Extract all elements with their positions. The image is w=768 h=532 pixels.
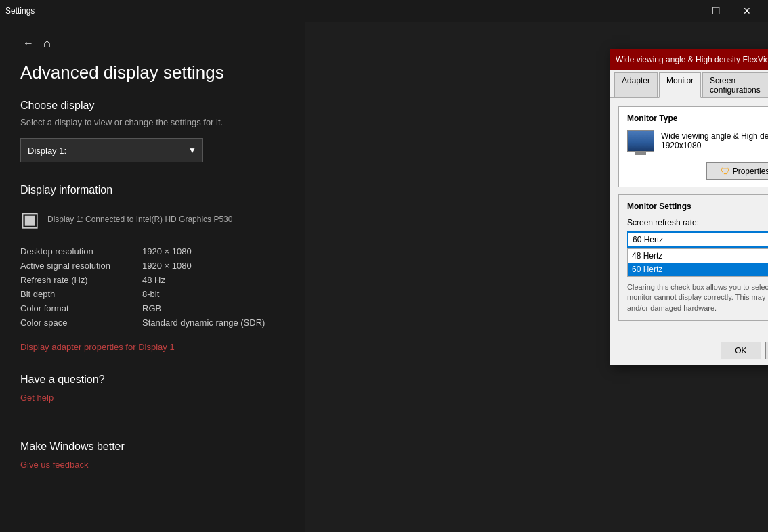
choose-display-subtitle: Select a display to view or change the s…: [20, 117, 284, 127]
monitor-settings-group: Monitor Settings Screen refresh rate: 60…: [618, 194, 768, 321]
info-table: Desktop resolution1920 × 1080Active sign…: [20, 244, 284, 330]
dialog-footer: OK Cancel Apply: [610, 336, 768, 365]
info-row: Active signal resolution1920 × 1080: [20, 259, 284, 273]
monitor-type-name: Wide viewing angle & High density FlexVi…: [661, 131, 768, 141]
monitor-display: ▣ Display 1: Connected to Intel(R) HD Gr…: [20, 207, 284, 231]
dialog-tab[interactable]: Screen configurations: [702, 72, 768, 97]
get-help-link[interactable]: Get help: [20, 393, 54, 403]
monitor-settings-title: Monitor Settings: [627, 202, 768, 211]
display-select[interactable]: Display 1:: [20, 138, 203, 162]
monitor-type-title: Monitor Type: [627, 114, 768, 123]
monitor-type-res: 1920x1080: [661, 141, 768, 150]
info-label: Refresh rate (Hz): [20, 275, 142, 285]
dialog: Wide viewing angle & High density FlexVi…: [610, 49, 768, 365]
info-row: Desktop resolution1920 × 1080: [20, 244, 284, 259]
dialog-titlebar: Wide viewing angle & High density FlexVi…: [610, 49, 768, 70]
info-label: Desktop resolution: [20, 246, 142, 257]
choose-display-title: Choose display: [20, 99, 284, 112]
back-arrow[interactable]: ←: [20, 35, 37, 51]
titlebar-left: Settings: [5, 6, 35, 16]
ok-button[interactable]: OK: [721, 342, 761, 359]
home-icon[interactable]: ⌂: [43, 37, 51, 51]
right-area: Wide viewing angle & High density FlexVi…: [305, 22, 768, 532]
titlebar-title: Settings: [5, 6, 35, 16]
info-value: 1920 × 1080: [142, 246, 192, 257]
refresh-rate-select[interactable]: 60 Hertz ▼: [627, 231, 768, 248]
dialog-tabs: AdapterMonitorScreen configurationsColor…: [610, 70, 768, 98]
left-panel: ← ⌂ Advanced display settings Choose dis…: [0, 22, 305, 532]
question-title: Have a question?: [20, 374, 284, 386]
dialog-tab[interactable]: Monitor: [659, 72, 701, 98]
info-value: RGB: [142, 303, 161, 313]
adapter-link[interactable]: Display adapter properties for Display 1: [20, 342, 175, 352]
feedback-link[interactable]: Give us feedback: [20, 460, 88, 470]
info-row: Refresh rate (Hz)48 Hz: [20, 273, 284, 287]
cancel-button[interactable]: Cancel: [765, 342, 768, 359]
display-info-section: Display information ▣ Display 1: Connect…: [20, 184, 284, 374]
monitor-type-info: Wide viewing angle & High density FlexVi…: [661, 131, 768, 150]
display-info-title: Display information: [20, 184, 284, 196]
better-title: Make Windows better: [20, 441, 284, 453]
main-content: ← ⌂ Advanced display settings Choose dis…: [0, 22, 768, 532]
display-select-wrapper: Display 1: ▼: [20, 138, 203, 162]
windows-better-section: Make Windows better Give us feedback: [20, 441, 284, 491]
dialog-body: Monitor Type Wide viewing angle & High d…: [610, 98, 768, 336]
refresh-select-wrapper: 60 Hertz ▼ 48 Hertz60 Hertz: [627, 231, 768, 277]
refresh-rate-value: 60 Hertz: [633, 235, 663, 244]
info-label: Active signal resolution: [20, 261, 142, 271]
info-value: 1920 × 1080: [142, 261, 192, 271]
dialog-title: Wide viewing angle & High density FlexVi…: [616, 55, 768, 64]
info-label: Color space: [20, 317, 142, 328]
warning-text: Clearing this check box allows you to se…: [627, 282, 768, 313]
dropdown-item[interactable]: 48 Hertz: [628, 249, 768, 263]
properties-btn-wrapper: 🛡 Properties: [627, 158, 768, 180]
monitor-icon: ▣: [20, 207, 39, 231]
question-section: Have a question? Get help: [20, 374, 284, 424]
monitor-type-group: Monitor Type Wide viewing angle & High d…: [618, 106, 768, 187]
close-button[interactable]: ✕: [731, 0, 763, 22]
dropdown-item[interactable]: 60 Hertz: [628, 263, 768, 276]
back-nav: ← ⌂: [20, 35, 284, 51]
info-label: Bit depth: [20, 289, 142, 299]
page-title: Advanced display settings: [20, 62, 284, 83]
info-row: Color spaceStandard dynamic range (SDR): [20, 315, 284, 330]
properties-button[interactable]: 🛡 Properties: [706, 162, 768, 180]
info-row: Bit depth8-bit: [20, 287, 284, 301]
shield-icon: 🛡: [721, 166, 730, 177]
info-value: Standard dynamic range (SDR): [142, 317, 265, 328]
info-value: 48 Hz: [142, 275, 165, 285]
monitor-image: [627, 130, 654, 152]
info-value: 8-bit: [142, 289, 159, 299]
monitor-type-row: Wide viewing angle & High density FlexVi…: [627, 130, 768, 152]
info-row: Color formatRGB: [20, 301, 284, 315]
maximize-button[interactable]: ☐: [700, 0, 731, 22]
titlebar: Settings — ☐ ✕: [0, 0, 768, 22]
titlebar-controls: — ☐ ✕: [669, 0, 763, 22]
refresh-rate-dropdown[interactable]: 48 Hertz60 Hertz: [627, 248, 768, 277]
info-label: Color format: [20, 303, 142, 313]
minimize-button[interactable]: —: [669, 0, 700, 22]
monitor-display-text: Display 1: Connected to Intel(R) HD Grap…: [47, 215, 232, 224]
dialog-tab[interactable]: Adapter: [614, 72, 658, 97]
refresh-rate-label: Screen refresh rate:: [627, 218, 768, 227]
